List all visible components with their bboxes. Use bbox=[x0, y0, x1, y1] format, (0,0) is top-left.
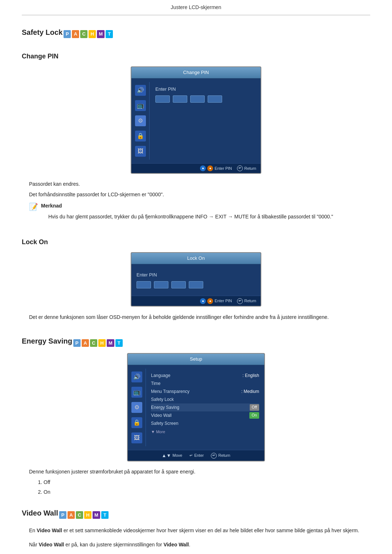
setup-row-time: Time bbox=[151, 379, 259, 387]
lock-on-screen: Lock On Enter PIN ● ● Enter PIN bbox=[131, 252, 261, 307]
setup-row-language: Language : English bbox=[151, 372, 259, 379]
sidebar-icon-1: 🔊 bbox=[135, 85, 146, 96]
pin-box-4 bbox=[208, 95, 222, 103]
enter-icon: ↵ bbox=[189, 452, 193, 459]
es-sidebar-icon-2: 📺 bbox=[131, 387, 142, 398]
energy-saving-sidebar: 🔊 📺 ⚙ 🔒 🖼 bbox=[128, 369, 146, 446]
setup-row-transparency: Menu Transparency : Medium bbox=[151, 387, 259, 395]
lock-on-pin-box-1 bbox=[136, 281, 151, 288]
change-pin-content: Enter PIN bbox=[150, 82, 261, 160]
es-sidebar-icon-3: ⚙ bbox=[131, 402, 142, 413]
video-wall-header: Video Wall P A C H M T bbox=[22, 506, 370, 524]
lock-on-pin-boxes bbox=[136, 281, 255, 288]
setup-row-videowall: Video Wall On bbox=[151, 411, 259, 419]
badge-T: T bbox=[106, 30, 113, 38]
footer-enter-label: Enter PIN bbox=[215, 165, 232, 172]
vw-badge-P: P bbox=[59, 511, 66, 519]
vw-badge-C: C bbox=[76, 511, 83, 519]
safety-lock-title: Safety Lock bbox=[22, 27, 62, 38]
badge-P: P bbox=[64, 30, 71, 38]
merknad-icon: 📝 bbox=[29, 201, 38, 212]
vw-badge-A: A bbox=[68, 511, 75, 519]
lock-on-circle-blue: ● bbox=[200, 298, 206, 304]
vw-desc2-mid: er på, kan du justere skjerminnstillinge… bbox=[64, 542, 163, 547]
pin-box-2 bbox=[173, 95, 187, 103]
setup-circle-return: ↩ bbox=[211, 453, 217, 459]
setup-row-energysaving: Energy Saving Off bbox=[151, 403, 259, 411]
sidebar-icon-5: 🖼 bbox=[135, 146, 146, 157]
change-pin-screen: Change PIN 🔊 📺 ⚙ 🔒 🖼 Enter PIN bbox=[131, 66, 261, 174]
setup-footer-move: ▲▼ Move bbox=[162, 452, 183, 459]
es-badge-P: P bbox=[73, 339, 81, 347]
setup-row-safetyscreen: Safety Screen bbox=[151, 419, 259, 427]
circle-orange: ● bbox=[207, 165, 213, 171]
es-badge-T: T bbox=[115, 339, 123, 347]
vw-badge-M: M bbox=[93, 511, 100, 519]
setup-time-label: Time bbox=[151, 380, 160, 387]
pin-box-3 bbox=[190, 95, 205, 103]
vw-desc1-mid: er et sett sammenkoblede videoskjermer h… bbox=[62, 528, 359, 533]
vw-desc1-pre: En bbox=[29, 528, 37, 533]
footer-btn-return: ↩ Return bbox=[237, 165, 256, 172]
setup-energysaving-label: Energy Saving bbox=[151, 404, 179, 411]
es-badge-C: C bbox=[90, 339, 97, 347]
change-pin-title: Change PIN bbox=[22, 52, 370, 61]
merknad-box: 📝 Merknad Hvis du har glemt passordet, t… bbox=[29, 202, 363, 226]
pin-box-1 bbox=[155, 95, 170, 103]
vw-desc2-pre: Når bbox=[29, 542, 38, 547]
change-pin-desc1: Passordet kan endres. bbox=[29, 180, 370, 188]
setup-transparency-label: Menu Transparency bbox=[151, 388, 189, 395]
setup-videowall-label: Video Wall bbox=[151, 412, 172, 419]
lock-on-content: Enter PIN bbox=[131, 268, 261, 292]
badge-H: H bbox=[89, 30, 96, 38]
lock-on-circle-orange: ● bbox=[207, 298, 213, 304]
circle-return: ↩ bbox=[237, 165, 243, 171]
badge-A: A bbox=[72, 30, 79, 38]
vw-bold2: Video Wall bbox=[38, 542, 64, 547]
energy-saving-list-item-2: On bbox=[44, 488, 370, 496]
change-pin-screen-titlebar: Change PIN bbox=[131, 67, 261, 78]
footer-btn-enter: ● ● Enter PIN bbox=[200, 165, 232, 172]
setup-videowall-val: On bbox=[249, 412, 259, 419]
lock-on-footer-return: ↩ Return bbox=[237, 298, 256, 304]
lock-on-footer-return-label: Return bbox=[244, 298, 256, 304]
lock-on-screen-titlebar: Lock On bbox=[131, 253, 261, 264]
pin-boxes bbox=[155, 95, 255, 103]
lock-on-footer-enter: ● ● Enter PIN bbox=[200, 298, 232, 304]
badge-C: C bbox=[80, 30, 87, 38]
change-pin-desc2: Det forhåndsinnstilte passordet for LCD-… bbox=[29, 191, 370, 198]
setup-language-label: Language bbox=[151, 372, 170, 379]
lock-on-pin-box-2 bbox=[154, 281, 168, 288]
lock-on-footer-enter-label: Enter PIN bbox=[215, 298, 232, 304]
energy-saving-screen: Setup 🔊 📺 ⚙ 🔒 🖼 Language : English Time bbox=[127, 353, 265, 461]
sidebar-icon-4: 🔒 bbox=[135, 131, 146, 141]
enter-pin-label: Enter PIN bbox=[155, 86, 255, 93]
merknad-text: Hvis du har glemt passordet, trykker du … bbox=[48, 213, 333, 221]
vw-badge-T: T bbox=[101, 511, 109, 519]
energy-saving-footer: ▲▼ Move ↵ Enter ↩ Return bbox=[128, 450, 264, 461]
setup-safetyscreen-label: Safety Screen bbox=[151, 420, 178, 427]
page-header: Justere LCD-skjermen bbox=[22, 0, 370, 15]
energy-saving-desc: Denne funksjonen justerer strømforbruket… bbox=[29, 468, 370, 476]
merknad-label: Merknad bbox=[41, 202, 340, 210]
es-sidebar-icon-5: 🖼 bbox=[131, 432, 142, 443]
energy-saving-title: Energy Saving bbox=[22, 336, 72, 346]
setup-row-safetylock: Safety Lock bbox=[151, 395, 259, 403]
video-wall-desc1: En Video Wall er et sett sammenkoblede v… bbox=[29, 526, 363, 534]
setup-energysaving-val: Off bbox=[250, 404, 259, 411]
screen-sidebar: 🔊 📺 ⚙ 🔒 🖼 bbox=[131, 82, 150, 160]
circle-blue: ● bbox=[200, 165, 206, 171]
lock-on-enter-pin-label: Enter PIN bbox=[136, 271, 255, 279]
setup-language-val: : English bbox=[242, 372, 259, 379]
energy-saving-header: Energy Saving P A C H M T bbox=[22, 334, 370, 352]
vw-desc2-end: . bbox=[189, 542, 190, 547]
sidebar-icon-2: 📺 bbox=[135, 100, 146, 111]
lock-on-desc: Det er denne funksjonen som låser OSD-me… bbox=[29, 313, 363, 321]
setup-content: Language : English Time Menu Transparenc… bbox=[146, 369, 264, 446]
sidebar-icon-3: ⚙ bbox=[135, 115, 146, 126]
move-icon: ▲▼ bbox=[162, 452, 171, 459]
es-sidebar-icon-1: 🔊 bbox=[131, 372, 142, 382]
vw-bold3: Video Wall bbox=[163, 542, 189, 547]
setup-footer-enter: ↵ Enter bbox=[189, 452, 204, 459]
lock-on-footer: ● ● Enter PIN ↩ Return bbox=[131, 296, 261, 306]
